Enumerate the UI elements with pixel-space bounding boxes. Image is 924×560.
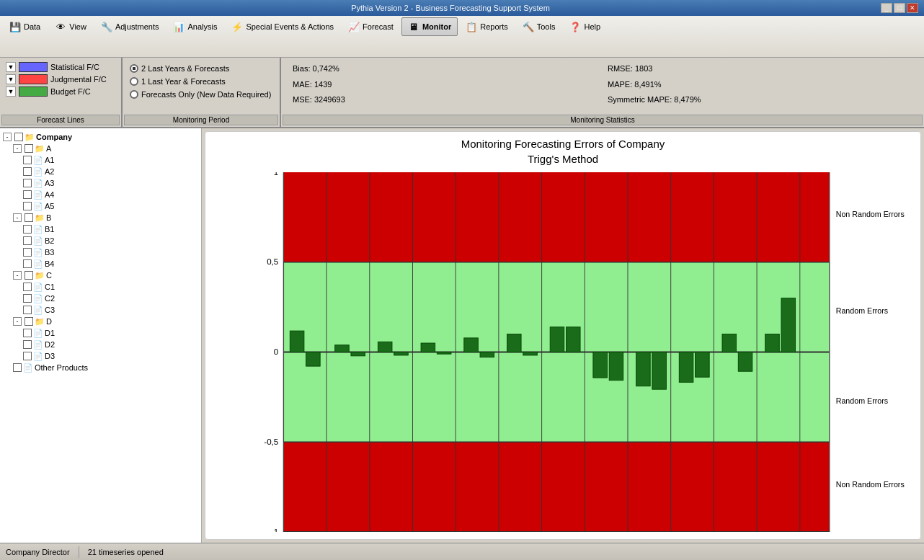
B4-checkbox[interactable] <box>23 259 32 268</box>
menu-item-help[interactable]: ❓ Help <box>563 17 607 36</box>
A3-checkbox[interactable] <box>23 179 32 187</box>
tree-item-D1[interactable]: 📄 D1 <box>23 327 198 339</box>
chart-svg: 1 0,5 0 -0,5 -1 1/2001 3/2001 5/2001 7/2… <box>211 172 915 532</box>
special-events-icon: ⚡ <box>231 21 243 32</box>
tree-item-D3[interactable]: 📄 D3 <box>23 350 198 362</box>
A1-checkbox[interactable] <box>23 156 32 164</box>
status-company-director: Company Director <box>6 548 70 556</box>
tree-item-C2[interactable]: 📄 C2 <box>23 293 198 304</box>
forecast-statistical[interactable]: ▼ Statistical F/C <box>6 62 115 72</box>
tree-root-company[interactable]: - 📁 Company <box>3 131 198 143</box>
tree-item-A2[interactable]: 📄 A2 <box>23 166 198 177</box>
window-title: Pythia Version 2 - Business Forecasting … <box>351 4 550 12</box>
C-folder-icon: 📁 <box>35 270 45 280</box>
radio-1-last-year[interactable]: 1 Last Year & Forecasts <box>130 76 272 86</box>
A-checkbox[interactable] <box>25 144 33 153</box>
B1-file-icon: 📄 <box>33 224 43 234</box>
D3-checkbox[interactable] <box>23 352 32 360</box>
company-expand[interactable]: - <box>3 133 12 141</box>
A2-checkbox[interactable] <box>23 167 32 176</box>
C3-file-icon: 📄 <box>33 305 43 315</box>
forecast-judgmental[interactable]: ▼ Judgmental F/C <box>6 74 115 84</box>
menu-item-analysis[interactable]: 📊 Analysis <box>166 17 223 36</box>
tree-item-C[interactable]: - 📁 C <box>13 270 198 281</box>
B3-file-icon: 📄 <box>33 247 43 257</box>
C-checkbox[interactable] <box>25 271 33 280</box>
tree-item-B2[interactable]: 📄 B2 <box>23 235 198 246</box>
y-label-0: 0 <box>274 347 278 356</box>
C-expand[interactable]: - <box>13 271 22 280</box>
tree-item-A5[interactable]: 📄 A5 <box>23 200 198 212</box>
forecast-budget[interactable]: ▼ Budget F/C <box>6 86 115 97</box>
tree-item-B[interactable]: - 📁 B <box>13 212 198 223</box>
menu-item-reports[interactable]: 📋 Reports <box>459 17 515 36</box>
bar-21 <box>738 352 752 372</box>
D-expand[interactable]: - <box>13 317 22 326</box>
B3-checkbox[interactable] <box>23 248 32 257</box>
bar-16 <box>636 352 651 386</box>
menu-item-tools[interactable]: 🔨 Tools <box>516 17 562 36</box>
chart-subtitle: Trigg's Method <box>211 153 915 165</box>
tree-item-A4[interactable]: 📄 A4 <box>23 189 198 200</box>
menu-item-special-events[interactable]: ⚡ Special Events & Actions <box>225 17 340 36</box>
tree-item-D[interactable]: - 📁 D <box>13 316 198 327</box>
menu-item-forecast[interactable]: 📈 Forecast <box>342 17 400 36</box>
A5-checkbox[interactable] <box>23 202 32 210</box>
budget-dropdown[interactable]: ▼ <box>6 86 16 97</box>
maximize-button[interactable]: □ <box>894 3 905 13</box>
menu-label-special-events: Special Events & Actions <box>246 22 334 31</box>
menu-item-adjustments[interactable]: 🔧 Adjustments <box>94 17 166 36</box>
stat-bias: Bias: 0,742% <box>288 63 602 78</box>
radio-2-last-years[interactable]: 2 Last Years & Forecasts <box>130 63 272 74</box>
A4-label: A4 <box>45 190 54 199</box>
tree-item-B4[interactable]: 📄 B4 <box>23 258 198 270</box>
title-bar-buttons: _ □ ✕ <box>881 3 918 13</box>
A1-file-icon: 📄 <box>33 155 43 165</box>
legend-non-random-top: Non Random Errors <box>836 210 905 218</box>
statistical-label: Statistical F/C <box>50 63 99 71</box>
status-bar: Company Director 21 timeseries opened <box>0 543 924 560</box>
other-checkbox[interactable] <box>13 363 22 372</box>
A4-checkbox[interactable] <box>23 190 32 199</box>
B2-checkbox[interactable] <box>23 236 32 245</box>
menu-label-data: Data <box>24 22 40 31</box>
A3-file-icon: 📄 <box>33 178 43 188</box>
company-checkbox[interactable] <box>14 133 23 141</box>
bar-6 <box>421 343 435 352</box>
close-button[interactable]: ✕ <box>907 3 918 13</box>
radio-2-last-years-btn <box>130 64 138 73</box>
B1-checkbox[interactable] <box>23 225 32 234</box>
tree-item-A1[interactable]: 📄 A1 <box>23 154 198 166</box>
B-checkbox[interactable] <box>25 213 33 222</box>
judgmental-dropdown[interactable]: ▼ <box>6 74 16 84</box>
B2-label: B2 <box>45 236 54 245</box>
tree-item-other[interactable]: 📄 Other Products <box>13 362 198 373</box>
A-expand[interactable]: - <box>13 144 22 153</box>
B3-label: B3 <box>45 248 54 257</box>
menu-item-view[interactable]: 👁 View <box>48 17 93 36</box>
C3-checkbox[interactable] <box>23 306 32 314</box>
bar-9 <box>480 352 494 357</box>
main-content: - 📁 Company - 📁 A 📄 A1 📄 <box>0 128 924 543</box>
D-checkbox[interactable] <box>25 317 33 326</box>
y-label-1: 1 <box>274 172 278 177</box>
radio-forecasts-only[interactable]: Forecasts Only (New Data Required) <box>130 89 272 99</box>
tree-item-B3[interactable]: 📄 B3 <box>23 246 198 258</box>
tree-item-C3[interactable]: 📄 C3 <box>23 304 198 316</box>
menu-item-monitor[interactable]: 🖥 Monitor <box>401 17 458 36</box>
menu-item-data[interactable]: 💾 Data <box>3 17 47 36</box>
tree-item-B1[interactable]: 📄 B1 <box>23 223 198 235</box>
tree-item-D2[interactable]: 📄 D2 <box>23 339 198 350</box>
C1-checkbox[interactable] <box>23 283 32 291</box>
tree-item-A[interactable]: - 📁 A <box>13 143 198 154</box>
C2-checkbox[interactable] <box>23 294 32 303</box>
minimize-button[interactable]: _ <box>881 3 892 13</box>
D2-checkbox[interactable] <box>23 340 32 349</box>
B-expand[interactable]: - <box>13 213 22 222</box>
tree-item-A3[interactable]: 📄 A3 <box>23 177 198 189</box>
B4-file-icon: 📄 <box>33 259 43 269</box>
chart-area: Monitoring Forecasting Errors of Company… <box>205 131 921 540</box>
tree-item-C1[interactable]: 📄 C1 <box>23 281 198 293</box>
D1-checkbox[interactable] <box>23 329 32 337</box>
statistical-dropdown[interactable]: ▼ <box>6 62 16 72</box>
